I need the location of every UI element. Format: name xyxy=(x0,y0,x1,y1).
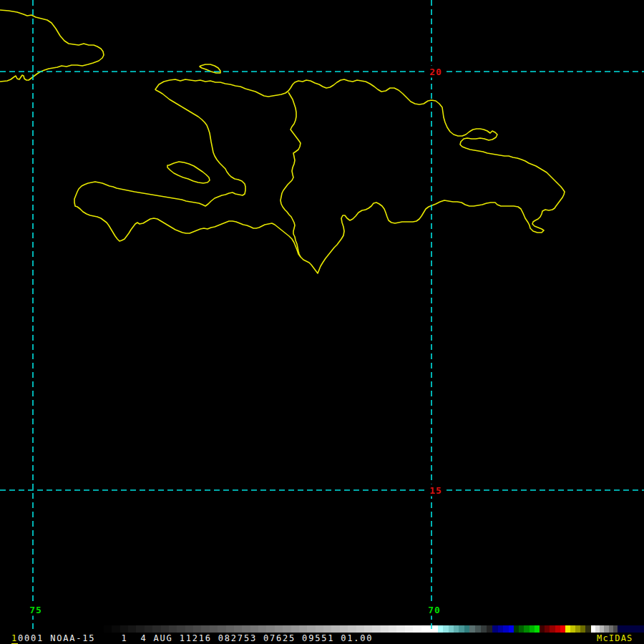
frame-status-text: 10001 NOAA-15 1 4 AUG 11216 082753 07625… xyxy=(11,633,373,643)
hispaniola-coastline xyxy=(74,79,565,273)
latitude-label-20: 20 xyxy=(426,66,445,78)
longitude-label-70: 70 xyxy=(425,604,444,616)
latlon-grid-overlay xyxy=(0,0,644,633)
coastline-overlay xyxy=(0,10,565,273)
gonave-island xyxy=(167,162,210,183)
mcidas-display-window: 20157570 10001 NOAA-15 1 4 AUG 11216 082… xyxy=(0,0,644,644)
latitude-label-15: 15 xyxy=(426,484,445,497)
satellite-map-canvas[interactable] xyxy=(0,0,644,644)
frame-annotation: 0001 NOAA-15 1 4 AUG 11216 082753 07625 … xyxy=(18,633,373,643)
mcidas-brand-label: McIDAS xyxy=(597,633,633,643)
longitude-label-75: 75 xyxy=(26,604,45,616)
cuba-coastline xyxy=(0,10,104,82)
frame-number-cursor[interactable]: 1 xyxy=(11,633,18,644)
